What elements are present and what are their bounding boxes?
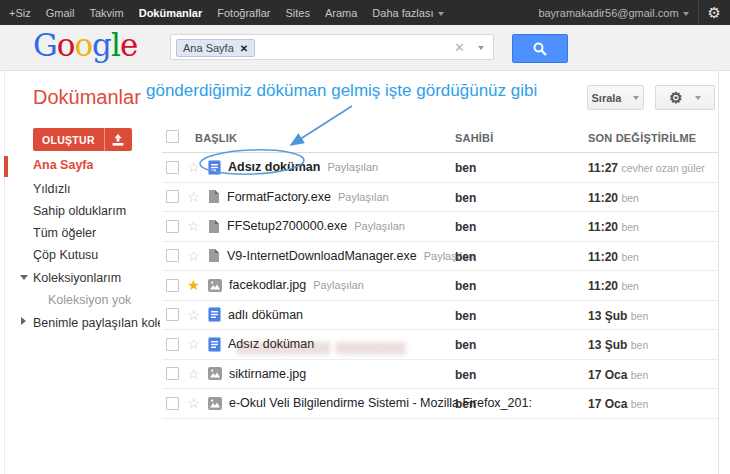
topnav-photos[interactable]: Fotoğraflar [217,7,270,19]
row-checkbox[interactable] [166,367,179,380]
table-row[interactable]: ☆Adsız dokümanPaylaşılanben11:27 cevher … [162,153,718,183]
modified-by: cevher ozan güler [621,162,704,174]
search-options-chevron-icon[interactable] [478,46,484,50]
expand-triangle-icon[interactable] [21,317,26,325]
column-header-modified[interactable]: SON DEĞİŞTİRİLME [588,132,696,144]
row-left: ☆adlı döküman [166,301,303,330]
account-menu[interactable]: bayramakadir56@gmail.com [538,7,688,19]
logo-letter: o [57,27,75,63]
shared-label: Paylaşılan [313,279,364,291]
chip-remove-icon[interactable]: ✕ [240,43,248,54]
collapse-triangle-icon[interactable] [20,275,28,280]
table-row[interactable]: ☆e-Okul Veli Bilgilendirme Sistemi - Moz… [162,389,718,419]
owner-cell: ben [455,368,476,382]
gear-icon: ⚙ [669,90,682,105]
star-icon[interactable]: ★ [186,278,201,292]
sort-button[interactable]: Sırala [587,85,644,110]
image-icon [208,397,222,410]
row-checkbox[interactable] [166,220,179,233]
modified-cell: 17 Oca ben [588,397,648,411]
star-icon[interactable]: ☆ [186,308,201,322]
owner-cell: ben [455,191,476,205]
sidebar-item-shared-collections[interactable]: Benimle paylaşılan koleksiy [33,316,160,330]
table-row[interactable]: ☆siktirname.jpgben17 Oca ben [162,360,718,390]
row-checkbox[interactable] [166,161,179,174]
modified-cell: 11:20 ben [588,279,639,293]
chevron-down-icon [438,12,444,16]
modified-cell: 17 Oca ben [588,368,648,382]
star-icon[interactable]: ☆ [186,367,201,381]
chevron-down-icon [633,96,639,100]
sidebar-item-starred[interactable]: Yıldızlı [33,182,71,196]
row-checkbox[interactable] [166,190,179,203]
upload-button[interactable] [105,128,132,151]
topnav-more[interactable]: Daha fazlası [372,7,443,19]
topnav-plus-you[interactable]: +Siz [9,7,31,19]
google-logo[interactable]: Google [33,27,137,63]
modified-by: ben [621,192,639,204]
topnav-calendar[interactable]: Takvim [89,7,123,19]
search-input[interactable]: Ana Sayfa ✕ ✕ [170,34,494,60]
sidebar-item-all-items[interactable]: Tüm öğeler [33,226,96,240]
row-checkbox[interactable] [166,397,179,410]
owner-cell: ben [455,397,476,411]
star-icon[interactable]: ☆ [186,337,201,351]
table-row[interactable]: ☆FFSetup2700000.exePaylaşılanben11:20 be… [162,212,718,242]
image-icon [208,367,222,380]
table-row[interactable]: ☆Adsız dokümanben13 Şub ben [162,330,718,360]
gear-icon[interactable]: ⚙ [708,5,721,20]
topnav-documents[interactable]: Dokümanlar [139,7,203,19]
topnav-search[interactable]: Arama [325,7,357,19]
topnav-sites[interactable]: Sites [285,7,309,19]
doc-icon [208,337,221,352]
file-table: BAŞLIK SAHİBİ SON DEĞİŞTİRİLME ☆Adsız do… [162,120,718,419]
doc-title[interactable]: FormatFactory.exe [227,190,331,204]
row-checkbox[interactable] [166,308,179,321]
search-chip[interactable]: Ana Sayfa ✕ [176,39,255,57]
select-all-checkbox[interactable] [166,130,179,143]
file-icon [208,189,220,204]
table-row[interactable]: ★facekodlar.jpgPaylaşılanben11:20 ben [162,271,718,301]
star-icon[interactable]: ☆ [186,190,201,204]
sidebar-item-trash[interactable]: Çöp Kutusu [33,248,98,262]
doc-icon [208,160,221,175]
doc-title[interactable]: e-Okul Veli Bilgilendirme Sistemi - Mozi… [229,396,532,410]
row-checkbox[interactable] [166,249,179,262]
top-bar: +Siz Gmail Takvim Dokümanlar Fotoğraflar… [0,0,730,25]
doc-title[interactable]: FFSetup2700000.exe [227,219,347,233]
doc-title[interactable]: Adsız doküman [228,337,314,351]
doc-title[interactable]: adlı döküman [228,308,303,322]
star-icon[interactable]: ☆ [186,219,201,233]
sidebar-item-home[interactable]: Ana Sayfa [33,158,93,172]
sidebar-item-owned[interactable]: Sahip olduklarım [33,204,126,218]
modified-by: ben [621,251,639,263]
sidebar-item-my-collections[interactable]: Koleksiyonlarım [33,271,121,285]
clear-search-icon[interactable]: ✕ [454,40,465,55]
topnav-more-label: Daha fazlası [372,7,433,19]
create-button[interactable]: OLUŞTUR [33,128,105,151]
table-row[interactable]: ☆FormatFactory.exePaylaşılanben11:20 ben [162,183,718,213]
chevron-down-icon [683,12,689,16]
doc-title[interactable]: V9-InternetDownloadManager.exe [227,249,417,263]
modified-by: ben [631,369,649,381]
column-header-title[interactable]: BAŞLIK [195,132,237,144]
doc-title[interactable]: siktirname.jpg [229,367,306,381]
shared-label: Paylaşılan [338,191,389,203]
doc-title[interactable]: facekodlar.jpg [229,278,306,292]
page-title: Dokümanlar [33,86,141,109]
row-left: ☆V9-InternetDownloadManager.exePaylaşıla… [166,242,474,271]
star-icon[interactable]: ☆ [186,249,201,263]
table-row[interactable]: ☆V9-InternetDownloadManager.exePaylaşıla… [162,242,718,272]
row-checkbox[interactable] [166,279,179,292]
star-icon[interactable]: ☆ [186,160,201,174]
modified-by: ben [631,339,649,351]
star-icon[interactable]: ☆ [186,396,201,410]
modified-cell: 11:27 cevher ozan güler [588,161,705,175]
doc-title[interactable]: Adsız doküman [228,160,320,174]
row-checkbox[interactable] [166,338,179,351]
search-button[interactable] [512,34,568,63]
topnav-gmail[interactable]: Gmail [46,7,75,19]
settings-button[interactable]: ⚙ [655,85,715,110]
table-row[interactable]: ☆adlı dökümanben13 Şub ben [162,301,718,331]
column-header-owner[interactable]: SAHİBİ [455,132,493,144]
